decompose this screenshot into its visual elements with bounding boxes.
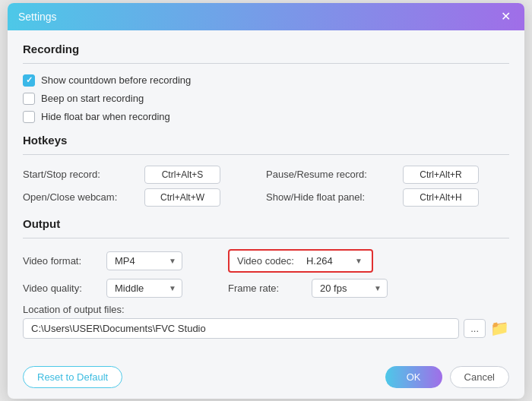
video-format-select-wrap: MP4 MOV AVI FLV ▼ bbox=[106, 251, 182, 270]
output-divider bbox=[23, 238, 509, 238]
recording-section-title: Recording bbox=[23, 43, 509, 55]
dots-button[interactable]: ... bbox=[464, 319, 486, 338]
checkbox-show-countdown[interactable] bbox=[23, 74, 35, 87]
video-codec-box: Video codec: H.264 H.265 MPEG-4 VP8 ▼ bbox=[228, 249, 373, 273]
start-stop-input[interactable] bbox=[144, 166, 220, 184]
output-section-title: Output bbox=[23, 217, 509, 230]
footer: Reset to Default OK Cancel bbox=[8, 358, 524, 399]
video-quality-select-wrap: Low Middle High Lossless ▼ bbox=[106, 279, 182, 298]
frame-rate-label: Frame rate: bbox=[228, 283, 312, 294]
video-codec-select[interactable]: H.264 H.265 MPEG-4 VP8 bbox=[303, 254, 364, 268]
dialog-title: Settings bbox=[18, 11, 57, 23]
show-hide-float-label: Show/Hide float panel: bbox=[266, 191, 403, 203]
frame-rate-select-wrap: 15 fps 20 fps 24 fps 30 fps 60 fps ▼ bbox=[312, 279, 388, 298]
reset-button[interactable]: Reset to Default bbox=[23, 366, 122, 388]
checkbox-hide-float-label: Hide float bar when recording bbox=[41, 111, 170, 122]
location-label: Location of output files: bbox=[23, 304, 509, 315]
close-button[interactable]: ✕ bbox=[498, 9, 514, 24]
folder-icon[interactable]: 📁 bbox=[490, 319, 509, 337]
checkbox-show-countdown-label: Show countdown before recording bbox=[41, 74, 191, 86]
output-row2: Video quality: Low Middle High Lossless … bbox=[23, 279, 509, 298]
titlebar: Settings ✕ bbox=[8, 3, 524, 30]
checkbox-hide-float[interactable] bbox=[23, 111, 35, 123]
hotkeys-section-title: Hotkeys bbox=[23, 134, 509, 147]
location-row: Location of output files: ... 📁 bbox=[23, 304, 509, 339]
cancel-button[interactable]: Cancel bbox=[450, 366, 509, 388]
footer-right: OK Cancel bbox=[385, 366, 509, 388]
hotkeys-divider bbox=[23, 154, 509, 155]
video-quality-label: Video quality: bbox=[23, 283, 106, 294]
checkbox-row-show-countdown: Show countdown before recording bbox=[23, 74, 509, 87]
video-format-select[interactable]: MP4 MOV AVI FLV bbox=[106, 251, 182, 270]
video-codec-label: Video codec: bbox=[237, 255, 294, 267]
pause-resume-input[interactable] bbox=[403, 166, 479, 184]
show-hide-float-input[interactable] bbox=[403, 188, 479, 207]
ok-button[interactable]: OK bbox=[385, 366, 442, 388]
open-close-webcam-label: Open/Close webcam: bbox=[23, 191, 144, 203]
content-area: Recording Show countdown before recordin… bbox=[8, 30, 524, 358]
recording-divider bbox=[23, 63, 509, 64]
location-input-row: ... 📁 bbox=[23, 318, 509, 339]
video-codec-select-wrap: H.264 H.265 MPEG-4 VP8 ▼ bbox=[303, 254, 364, 268]
output-section: Output Video format: MP4 MOV AVI FLV ▼ bbox=[23, 217, 509, 339]
video-quality-select[interactable]: Low Middle High Lossless bbox=[106, 279, 182, 298]
start-stop-label: Start/Stop record: bbox=[23, 169, 144, 180]
hotkeys-grid: Start/Stop record: Pause/Resume record: … bbox=[23, 166, 509, 207]
frame-rate-select[interactable]: 15 fps 20 fps 24 fps 30 fps 60 fps bbox=[312, 279, 388, 298]
output-row1: Video format: MP4 MOV AVI FLV ▼ Video co… bbox=[23, 249, 509, 273]
open-close-webcam-input[interactable] bbox=[144, 188, 220, 207]
settings-dialog: Settings ✕ Recording Show countdown befo… bbox=[8, 3, 524, 399]
location-input[interactable] bbox=[23, 318, 459, 339]
checkbox-row-beep: Beep on start recording bbox=[23, 93, 509, 105]
checkbox-beep-label: Beep on start recording bbox=[41, 93, 144, 104]
recording-section: Recording Show countdown before recordin… bbox=[23, 43, 509, 123]
checkbox-row-hide-float: Hide float bar when recording bbox=[23, 111, 509, 123]
video-format-label: Video format: bbox=[23, 255, 106, 267]
pause-resume-label: Pause/Resume record: bbox=[266, 169, 403, 180]
hotkeys-section: Hotkeys Start/Stop record: Pause/Resume … bbox=[23, 134, 509, 207]
checkbox-beep[interactable] bbox=[23, 93, 35, 105]
